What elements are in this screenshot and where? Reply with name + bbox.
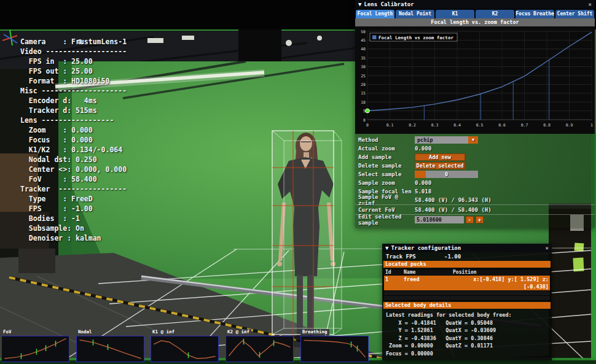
svg-text:40: 40 — [361, 47, 366, 52]
mini-chart-label: Nodal — [76, 329, 94, 335]
svg-text:25: 25 — [361, 74, 366, 79]
svg-text:0: 0 — [366, 123, 369, 128]
lens-controls: Method pchip ▼ Actual zoom 0.000 Add sam… — [355, 134, 595, 228]
svg-text:20: 20 — [361, 82, 366, 87]
mini-chart-nodal: Nodal — [76, 336, 144, 362]
panel-title: Lens Calibrator — [364, 1, 414, 7]
svg-text:0.7: 0.7 — [521, 123, 528, 128]
k2-curve-chart — [225, 336, 294, 362]
svg-text:0.9: 0.9 — [566, 123, 573, 128]
tracking-volume-box — [272, 131, 342, 335]
lens-calibrator-titlebar: ▼ Lens Calibrator ✕ — [355, 0, 595, 9]
current-fov-value: 58.400 (V) / 58.400 (H) — [415, 207, 492, 213]
tab-k2[interactable]: K2 — [476, 10, 514, 18]
mini-chart-k1: K1 @ inf — [151, 336, 219, 362]
svg-text:Focal Length vs zoom factor: Focal Length vs zoom factor — [378, 35, 453, 41]
svg-text:15: 15 — [361, 91, 366, 96]
svg-text:0: 0 — [363, 118, 366, 123]
table-row[interactable] — [384, 295, 550, 300]
fov-curve-chart — [1, 336, 69, 362]
mini-chart-label: K2 @ inf — [225, 329, 251, 335]
method-dropdown[interactable]: pchip ▼ — [415, 136, 478, 144]
svg-text:0.8: 0.8 — [543, 123, 551, 128]
tab-k1[interactable]: K1 — [436, 10, 474, 18]
add-sample-row: Add sample Add new — [355, 153, 595, 161]
collapse-arrow-icon[interactable]: ▼ — [385, 245, 388, 251]
sample-zoom-value: 0.000 — [415, 180, 431, 186]
svg-text:30: 30 — [361, 64, 366, 69]
svg-text:1: 1 — [590, 123, 593, 128]
svg-text:10: 10 — [361, 100, 366, 105]
select-sample-slider[interactable]: 0 — [415, 171, 478, 178]
svg-text:0.2: 0.2 — [409, 123, 416, 128]
puck-id: 1 — [385, 276, 404, 290]
table-row[interactable]: 1 freed x:[-0.418] y:[ 1.529] z:[-0.438] — [384, 276, 550, 290]
mini-chart-breathing: Breathing — [300, 336, 369, 362]
track-fps-row: Track FPS -1.00 — [382, 252, 552, 260]
selected-body-header: Selected body details — [383, 302, 551, 309]
tracker-config-panel: ▼ Tracker configuration ✕ Track FPS -1.0… — [382, 244, 552, 360]
body-readings: Latest readings for selected body freed:… — [382, 309, 552, 358]
svg-text:0.3: 0.3 — [431, 123, 439, 128]
svg-text:35: 35 — [361, 56, 366, 61]
svg-text:0.1: 0.1 — [386, 123, 394, 128]
tab-focal-length[interactable]: Focal Length — [356, 10, 394, 18]
located-pucks-header: Located pucks — [383, 261, 551, 268]
k1-curve-chart — [151, 336, 219, 362]
slider-value: 0 — [415, 171, 478, 178]
panel-title: Tracker configuration — [391, 245, 461, 251]
edit-sample-row: Edit selected sample 5.018600 - + — [355, 214, 595, 224]
chart-title: Focal length vs. zoom factor — [355, 18, 595, 26]
tracker-titlebar: ▼ Tracker configuration ✕ — [382, 244, 552, 252]
track-fps-value: -1.00 — [444, 254, 461, 260]
tab-nodal-point[interactable]: Nodal Point — [396, 10, 434, 18]
mini-chart-label: Breathing — [300, 329, 329, 335]
pucks-table: Id Name Position 1 freed x:[-0.418] y:[ … — [383, 269, 551, 301]
puck-name: freed — [404, 276, 453, 290]
svg-text:45: 45 — [361, 38, 366, 43]
delete-sample-row: Delete sample Delete selected — [355, 161, 595, 170]
close-icon[interactable]: ✕ — [589, 1, 592, 7]
method-row: Method pchip ▼ — [355, 136, 595, 144]
collapse-arrow-icon[interactable]: ▼ — [358, 1, 361, 7]
svg-text:50: 50 — [361, 29, 366, 34]
mini-chart-fov: FoV — [1, 336, 69, 362]
focal-length-chart: 0510152025303540455000.10.20.30.40.50.60… — [355, 26, 595, 134]
mini-chart-label: K1 @ inf — [151, 329, 176, 335]
close-icon[interactable]: ✕ — [546, 245, 549, 251]
actual-zoom-value: 0.000 — [415, 145, 431, 152]
tab-center-shift[interactable]: Center Shift — [555, 10, 594, 18]
delete-selected-button[interactable]: Delete selected — [415, 162, 465, 169]
increment-button[interactable]: + — [476, 216, 484, 223]
nodal-curve-chart — [76, 336, 144, 362]
lens-tab-bar: Focal Length Nodal Point K1 K2 Focus Bre… — [355, 9, 595, 18]
edit-sample-input[interactable]: 5.018600 — [415, 216, 464, 223]
select-sample-row: Select sample 0 — [355, 170, 595, 179]
sample-fov-row: Sample FoV @ z=inf 58.400 (V) / 96.343 (… — [355, 196, 595, 204]
table-row[interactable] — [384, 290, 550, 295]
svg-text:0.6: 0.6 — [498, 123, 506, 128]
studio-viewport: Camera : FrustumLens-1 Video -----------… — [0, 0, 596, 364]
telemetry-overlay: Camera : FrustumLens-1 Video -----------… — [20, 37, 127, 243]
sticky-note — [574, 243, 584, 252]
sample-zoom-row: Sample zoom 0.000 — [355, 179, 595, 187]
breathing-curve-chart — [300, 336, 369, 362]
lens-calibrator-panel: ▼ Lens Calibrator ✕ Focal Length Nodal P… — [355, 0, 595, 228]
puck-position: x:[-0.418] y:[ 1.529] z:[-0.438] — [453, 276, 549, 290]
pucks-table-header: Id Name Position — [384, 269, 550, 276]
sample-fov-value: 58.400 (V) / 96.343 (H) — [415, 197, 492, 203]
decrement-button[interactable]: - — [466, 216, 474, 223]
mini-chart-k2: K2 @ inf — [225, 336, 294, 362]
tab-focus-breathe[interactable]: Focus Breathe — [516, 10, 554, 18]
svg-text:0.4: 0.4 — [453, 123, 461, 128]
actual-zoom-row: Actual zoom 0.000 — [355, 144, 595, 153]
mini-chart-label: FoV — [1, 329, 14, 335]
sample-focal-len-value: 5.018 — [415, 188, 431, 195]
add-new-button[interactable]: Add new — [415, 153, 465, 161]
chevron-down-icon[interactable]: ▼ — [468, 136, 478, 144]
svg-text:0.5: 0.5 — [476, 123, 484, 128]
